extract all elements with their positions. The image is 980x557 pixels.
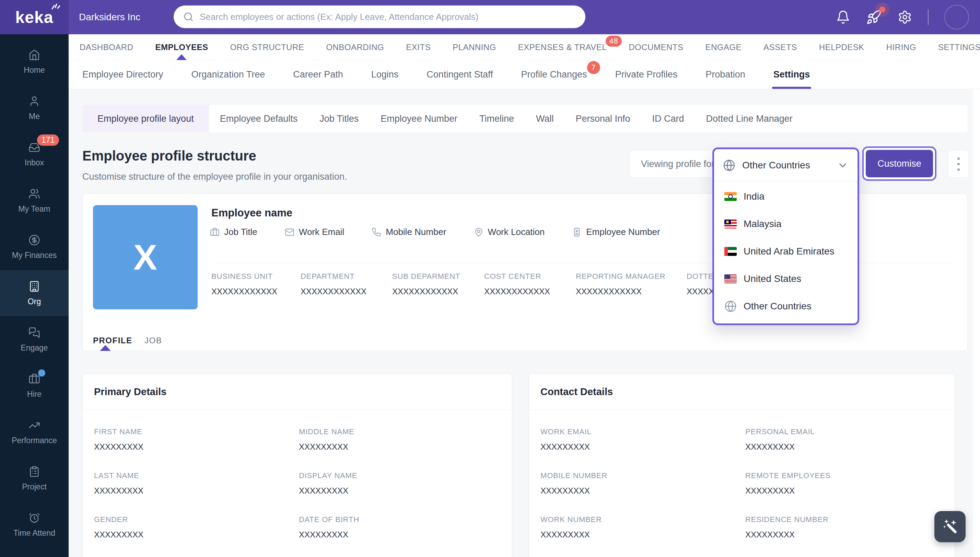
chevron-down-icon <box>837 160 849 171</box>
search-input[interactable] <box>200 11 576 22</box>
main-nav-item[interactable]: ENGAGE <box>705 34 742 60</box>
sidebar-item-org[interactable]: Org <box>0 270 68 316</box>
country-option-uae[interactable]: United Arab Emirates <box>714 238 858 265</box>
settings-tab[interactable]: Employee Defaults <box>209 105 309 132</box>
gear-icon <box>898 10 912 24</box>
main-nav-item[interactable]: PLANNING <box>453 34 496 60</box>
country-option-other-countries[interactable]: Other Countries <box>714 293 858 320</box>
country-option-india[interactable]: India <box>714 183 858 210</box>
country-dropdown-trigger[interactable]: Other Countries <box>714 149 858 181</box>
org-field: SUB DEPARMENT XXXXXXXXXXXX <box>392 272 460 296</box>
global-search[interactable] <box>174 5 585 28</box>
sidebar-item-my-finances[interactable]: My Finances <box>0 224 68 270</box>
settings-tab[interactable]: Timeline <box>468 105 525 132</box>
org-field: REPORTING MANAGER XXXXXXXXXXXX <box>576 272 665 296</box>
page-subtitle: Customise structure of the employee prof… <box>82 171 347 182</box>
primary-details-title: Primary Details <box>83 374 512 410</box>
main-nav-item[interactable]: DASHBOARD <box>80 34 134 60</box>
inbox-badge: 171 <box>37 134 59 146</box>
sidebar-item-project[interactable]: Project <box>0 455 68 502</box>
settings-tab[interactable]: Employee Number <box>370 105 468 132</box>
main-nav-item[interactable]: EXPENSES & TRAVEL 48 <box>518 34 607 60</box>
contact-details-panel: Contact Details WORK EMAIL XXXXXXXXX PER… <box>529 373 955 557</box>
main-nav-item[interactable]: HIRING <box>886 34 916 60</box>
trending-up-icon <box>28 419 40 431</box>
settings-tab[interactable]: ID Card <box>641 105 695 132</box>
primary-details-panel: Primary Details FIRST NAME XXXXXXXXX MID… <box>82 373 512 557</box>
tab-job[interactable]: JOB <box>145 336 162 345</box>
country-option-united-states[interactable]: United States <box>714 265 858 293</box>
customise-button-focus-ring: Customise <box>862 147 936 181</box>
sub-nav-item[interactable]: Probation <box>706 60 745 89</box>
sub-nav-item[interactable]: Logins <box>371 60 399 89</box>
tab-profile[interactable]: PROFILE <box>93 336 132 345</box>
sidebar-item-home[interactable]: Home <box>0 38 68 85</box>
sidebar-item-hire[interactable]: Hire <box>0 363 68 409</box>
main-nav-item[interactable]: SETTINGS <box>938 34 980 60</box>
org-field: DEPARTMENT XXXXXXXXXXXX <box>301 272 367 296</box>
settings-tab[interactable]: Wall <box>525 105 565 132</box>
main-nav-item[interactable]: EXITS <box>406 34 430 60</box>
main-nav-item[interactable]: HELPDESK <box>819 34 864 60</box>
sidebar-item-engage[interactable]: Engage <box>0 316 68 363</box>
alarm-clock-icon <box>28 512 40 524</box>
sub-nav-item[interactable]: Employee Directory <box>82 60 163 89</box>
keka-logo[interactable]: keka <box>0 0 68 34</box>
malaysia-flag-icon <box>724 220 737 228</box>
dollar-circle-icon <box>28 234 40 246</box>
team-icon <box>28 188 40 200</box>
scrollbar[interactable] <box>973 89 980 557</box>
nav-badge: 48 <box>606 36 622 47</box>
field-row: LAST NAME XXXXXXXXX DISPLAY NAME XXXXXXX… <box>94 471 512 496</box>
field-row: WORK NUMBER XXXXXXXXX RESIDENCE NUMBER X… <box>540 515 955 539</box>
sub-nav-item[interactable]: Contingent Staff <box>427 60 493 89</box>
more-options-kebab-button[interactable] <box>948 150 969 178</box>
whats-new-rocket-button[interactable] <box>866 9 882 25</box>
settings-tabs: Employee profile layout Employee Default… <box>82 105 968 132</box>
main-nav-item[interactable]: EMPLOYEES <box>155 34 208 60</box>
building-icon <box>28 280 40 292</box>
app-root: keka Darksiders Inc <box>0 0 980 557</box>
country-option-malaysia[interactable]: Malaysia <box>714 210 858 238</box>
keka-logo-spark-icon <box>51 2 60 10</box>
person-icon <box>28 95 40 107</box>
keka-logo-text: keka <box>15 8 54 26</box>
country-dropdown: Other Countries India Malaysia United Ar… <box>713 148 859 325</box>
contact-details-title: Contact Details <box>529 374 955 410</box>
sidebar-item-performance[interactable]: Performance <box>0 409 68 455</box>
sidebar-item-my-team[interactable]: My Team <box>0 178 68 224</box>
page-title: Employee profile structure <box>82 148 256 164</box>
sidebar-item-inbox[interactable]: 171 Inbox <box>0 131 68 178</box>
settings-tab[interactable]: Employee profile layout <box>82 105 209 132</box>
rocket-notification-dot <box>879 7 885 13</box>
settings-tab[interactable]: Job Titles <box>308 105 370 132</box>
active-tab-indicator <box>100 345 111 351</box>
settings-tab[interactable]: Dotted Line Manager <box>695 105 804 132</box>
main-nav-item[interactable]: ASSETS <box>763 34 797 60</box>
main-nav-item[interactable]: ONBOARDING <box>326 34 384 60</box>
company-name: Darksiders Inc <box>79 0 140 34</box>
sub-nav-item[interactable]: Settings <box>773 60 810 89</box>
clipboard-icon <box>28 466 40 477</box>
sub-nav-item[interactable]: Organization Tree <box>191 60 265 89</box>
settings-gear-button[interactable] <box>898 10 912 24</box>
field-row: MOBILE NUMBER XXXXXXXXX REMOTE EMPLOYEES… <box>540 471 955 496</box>
ai-assistant-wand-button[interactable] <box>934 511 965 542</box>
kebab-icon <box>957 158 960 160</box>
sub-nav: Employee Directory Organization Tree Car… <box>68 60 980 89</box>
sub-nav-item[interactable]: Profile Changes 7 <box>521 60 587 89</box>
chat-bubbles-icon <box>28 327 40 339</box>
search-icon <box>183 11 194 22</box>
main-nav-item[interactable]: DOCUMENTS <box>629 34 683 60</box>
main-nav: DASHBOARD EMPLOYEES ORG STRUCTURE ONBOAR… <box>68 34 980 60</box>
sidebar-item-me[interactable]: Me <box>0 85 68 131</box>
user-avatar[interactable] <box>944 5 969 29</box>
customise-button[interactable]: Customise <box>866 150 933 178</box>
main-nav-item[interactable]: ORG STRUCTURE <box>230 34 304 60</box>
sub-nav-item[interactable]: Career Path <box>293 60 343 89</box>
sub-nav-item[interactable]: Private Profiles <box>615 60 678 89</box>
field-row: GENDER XXXXXXXXX DATE OF BIRTH XXXXXXXXX <box>94 515 512 539</box>
notifications-bell-button[interactable] <box>836 10 850 24</box>
sidebar-item-time-attend[interactable]: Time Attend <box>0 502 68 548</box>
settings-tab[interactable]: Personal Info <box>564 105 641 132</box>
